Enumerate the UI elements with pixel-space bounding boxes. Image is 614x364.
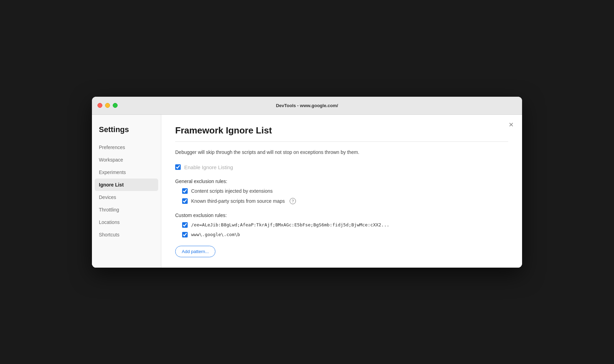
enable-ignore-row: Enable Ignore Listing <box>175 164 508 170</box>
general-rules-section: Content scripts injected by extensions K… <box>182 188 508 204</box>
sidebar-item-workspace[interactable]: Workspace <box>92 154 161 166</box>
custom-rule-2-row: www\.google\.com\b <box>182 232 508 237</box>
close-traffic-light[interactable] <box>97 103 102 108</box>
sidebar-item-ignore-list[interactable]: Ignore List <box>95 179 158 191</box>
enable-ignore-label: Enable Ignore Listing <box>184 164 233 170</box>
custom-rule-1-row: /ee=ALeJib:B8gLwd;AfeaP:TkrAjf;BMxAGc:E5… <box>182 222 508 228</box>
sidebar-item-preferences[interactable]: Preferences <box>92 141 161 154</box>
minimize-traffic-light[interactable] <box>105 103 110 108</box>
sidebar-item-devices[interactable]: Devices <box>92 191 161 203</box>
titlebar: DevTools - www.google.com/ <box>92 97 522 115</box>
custom-rule-1-label: /ee=ALeJib:B8gLwd;AfeaP:TkrAjf;BMxAGc:E5… <box>191 222 389 227</box>
enable-ignore-checkbox[interactable] <box>175 164 181 170</box>
add-pattern-button[interactable]: Add pattern... <box>175 246 215 257</box>
sidebar: Settings Preferences Workspace Experimen… <box>92 115 161 268</box>
custom-rule-2-checkbox[interactable] <box>182 232 188 237</box>
page-description: Debugger will skip through the scripts a… <box>175 149 508 156</box>
content-scripts-label: Content scripts injected by extensions <box>191 188 273 194</box>
help-icon[interactable]: ? <box>290 198 296 204</box>
custom-rules-section: /ee=ALeJib:B8gLwd;AfeaP:TkrAjf;BMxAGc:E5… <box>182 222 508 237</box>
devtools-window: DevTools - www.google.com/ Settings Pref… <box>92 97 522 268</box>
sidebar-item-experiments[interactable]: Experiments <box>92 166 161 179</box>
main-content: ✕ Framework Ignore List Debugger will sk… <box>161 115 522 268</box>
custom-rule-1-checkbox[interactable] <box>182 222 188 228</box>
page-title: Framework Ignore List <box>175 125 508 136</box>
third-party-scripts-label: Known third-party scripts from source ma… <box>191 198 285 204</box>
close-button[interactable]: ✕ <box>509 122 514 128</box>
third-party-scripts-row: Known third-party scripts from source ma… <box>182 198 508 204</box>
sidebar-item-locations[interactable]: Locations <box>92 216 161 228</box>
custom-rule-2-label: www\.google\.com\b <box>191 232 240 237</box>
general-rules-heading: General exclusion rules: <box>175 179 508 184</box>
content-scripts-checkbox[interactable] <box>182 188 188 194</box>
sidebar-item-shortcuts[interactable]: Shortcuts <box>92 228 161 241</box>
sidebar-heading: Settings <box>92 122 161 141</box>
title-divider <box>175 141 508 142</box>
custom-rules-heading: Custom exclusion rules: <box>175 213 508 218</box>
window-title: DevTools - www.google.com/ <box>276 103 338 108</box>
sidebar-item-throttling[interactable]: Throttling <box>92 203 161 216</box>
window-body: Settings Preferences Workspace Experimen… <box>92 115 522 268</box>
traffic-lights <box>97 103 118 108</box>
content-scripts-row: Content scripts injected by extensions <box>182 188 508 194</box>
fullscreen-traffic-light[interactable] <box>113 103 118 108</box>
third-party-scripts-checkbox[interactable] <box>182 198 188 204</box>
